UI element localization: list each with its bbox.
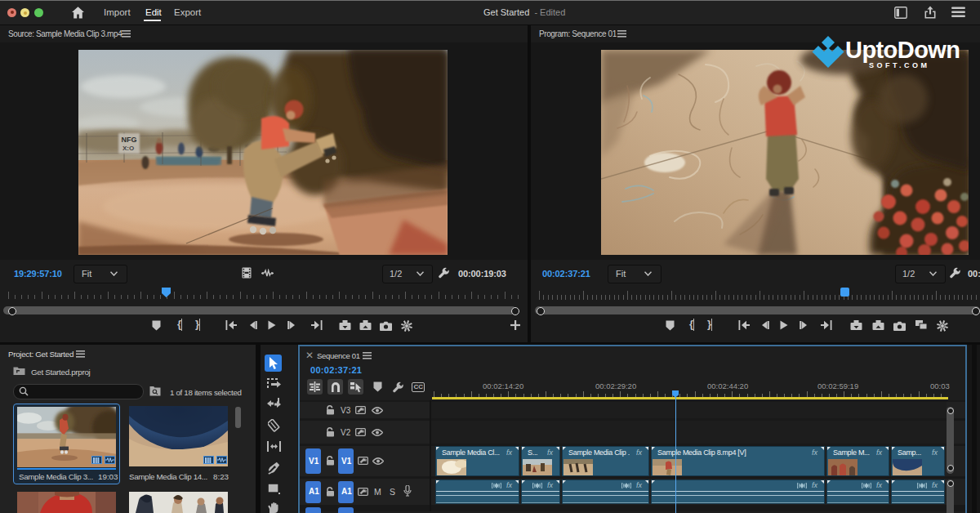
svg-text:NFG: NFG (122, 136, 137, 144)
svg-text:UptoDown: UptoDown (845, 37, 960, 63)
svg-text:X:O: X:O (122, 145, 134, 152)
svg-text:SOFT.COM: SOFT.COM (869, 61, 930, 69)
